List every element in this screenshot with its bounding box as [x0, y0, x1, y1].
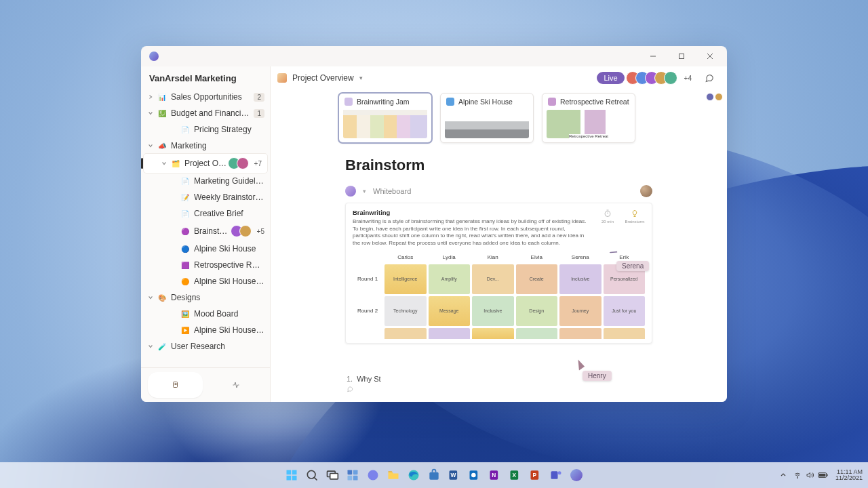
chevron-icon[interactable]: [148, 295, 153, 300]
presence-facepile: [234, 225, 252, 237]
sidebar-pages-button[interactable]: [148, 372, 203, 398]
sticky-note[interactable]: Create: [516, 264, 558, 294]
maximize-button[interactable]: [667, 46, 696, 66]
chevron-down-icon[interactable]: ▾: [363, 188, 366, 195]
volume-icon[interactable]: [806, 471, 814, 479]
sidebar-item[interactable]: 📝Weekly Brainstorm Meeting: [141, 189, 270, 205]
excel-button[interactable]: X: [507, 466, 524, 484]
app-logo-icon: [149, 52, 159, 61]
sidebar-item[interactable]: 🟣Brainstorming+5: [141, 222, 270, 241]
search-button[interactable]: [303, 466, 321, 484]
task-view-button[interactable]: [323, 466, 341, 484]
onenote-button[interactable]: N: [486, 466, 504, 484]
sticky-note[interactable]: [429, 328, 471, 339]
taskbar[interactable]: W N X P 11:11 AM 11/2/2021: [0, 462, 868, 488]
brainstorm-tool[interactable]: Brainstorm: [625, 209, 645, 224]
svg-rect-16: [429, 472, 438, 480]
sidebar-item[interactable]: ▶️Alpine Ski House Sizzle Re...: [141, 322, 270, 338]
sidebar-activity-button[interactable]: [208, 372, 263, 398]
page-card[interactable]: Retrospective RetreatRetrospective Retre…: [542, 93, 635, 143]
sidebar-item[interactable]: 📊Sales Opportunities2: [141, 89, 270, 105]
sidebar-item[interactable]: 💹Budget and Financial Projection1: [141, 105, 270, 121]
sticky-note[interactable]: Technology: [384, 296, 427, 326]
chevron-icon[interactable]: [148, 110, 153, 116]
svg-point-20: [471, 473, 476, 478]
item-icon: 🟠: [180, 277, 190, 286]
chevron-icon[interactable]: [161, 161, 167, 166]
page-card[interactable]: Brainwriting Jam: [338, 93, 432, 143]
sidebar-item[interactable]: 📄Pricing Strategy: [141, 121, 270, 138]
item-icon: 📄: [180, 209, 190, 218]
sticky-note[interactable]: Inclusive: [472, 296, 514, 326]
teams-button[interactable]: [547, 466, 565, 484]
count-badge: 2: [254, 93, 264, 102]
whiteboard-grid: CarlosLydiaKianElviaSerenaErikRound 1Int…: [346, 252, 652, 343]
sticky-note[interactable]: [559, 328, 601, 339]
sidebar-item[interactable]: 🗂️Project Overview+7: [144, 154, 267, 173]
svg-rect-0: [679, 54, 684, 59]
outlook-button[interactable]: [466, 466, 484, 484]
presence-facepile[interactable]: [630, 71, 677, 85]
sticky-note[interactable]: [604, 328, 646, 339]
sticky-note[interactable]: Inclusive: [559, 264, 601, 294]
clock[interactable]: 11:11 AM 11/2/2021: [835, 469, 863, 482]
store-button[interactable]: [425, 466, 443, 484]
chevron-icon[interactable]: [148, 143, 153, 148]
row-header: Round 1: [353, 264, 382, 294]
battery-icon[interactable]: [818, 472, 829, 479]
sidebar-item[interactable]: 📄Creative Brief: [141, 205, 270, 222]
sidebar-item[interactable]: 📣Marketing: [141, 138, 270, 154]
item-icon: 🎨: [157, 293, 167, 302]
timer-tool[interactable]: 20 min: [597, 209, 618, 224]
presence-overflow[interactable]: +4: [684, 75, 692, 82]
powerpoint-button[interactable]: P: [527, 466, 545, 484]
item-icon: 📝: [180, 192, 190, 202]
sticky-note[interactable]: [472, 328, 514, 339]
sidebar-item[interactable]: 🟠Alpine Ski House (ID: 487...: [141, 273, 270, 289]
sticky-note[interactable]: Dev...: [472, 264, 514, 294]
sidebar-item[interactable]: 🎨Designs: [141, 289, 270, 306]
whiteboard-embed[interactable]: Brainwriting Brainwriting is a style of …: [345, 203, 652, 344]
author-avatar[interactable]: [640, 185, 652, 197]
widgets-button[interactable]: [344, 466, 361, 484]
close-button[interactable]: [696, 46, 724, 66]
sticky-note[interactable]: Journey: [559, 296, 601, 326]
sidebar-item[interactable]: 🔵Alpine Ski House: [141, 241, 270, 257]
sticky-note[interactable]: [516, 328, 558, 339]
tray-chevron-icon[interactable]: [780, 472, 787, 479]
live-badge[interactable]: Live: [597, 72, 624, 84]
sidebar-item[interactable]: 🟪Retrospective Retreat: [141, 257, 270, 273]
sticky-note[interactable]: Design: [516, 296, 558, 326]
ordered-list[interactable]: 1.Why St: [279, 368, 449, 401]
canvas[interactable]: Brainwriting JamAlpine Ski HouseRetrospe…: [271, 90, 727, 402]
sticky-note[interactable]: Personalized: [604, 264, 646, 294]
loop-button[interactable]: [568, 466, 585, 484]
sticky-note[interactable]: Intelligence: [384, 264, 427, 294]
start-button[interactable]: [283, 466, 300, 484]
minimize-button[interactable]: [639, 46, 667, 66]
item-label: Budget and Financial Projection: [171, 108, 250, 118]
system-tray[interactable]: 11:11 AM 11/2/2021: [780, 469, 863, 482]
explorer-button[interactable]: [384, 466, 402, 484]
sidebar-item[interactable]: 🖼️Mood Board: [141, 306, 270, 322]
card-title: Alpine Ski House: [458, 98, 513, 106]
sidebar-item[interactable]: 📄Marketing Guidelines for V...: [141, 173, 270, 189]
wifi-icon[interactable]: [793, 471, 802, 479]
sidebar-item[interactable]: 🧪User Research: [141, 338, 270, 354]
comment-button[interactable]: [701, 70, 717, 86]
sticky-note[interactable]: Message: [429, 296, 471, 326]
sticky-note[interactable]: Just for you: [604, 296, 646, 326]
word-button[interactable]: W: [446, 466, 463, 484]
sticky-note[interactable]: Amplify: [429, 264, 471, 294]
titlebar[interactable]: [141, 46, 727, 66]
page-card[interactable]: Alpine Ski House: [440, 93, 534, 143]
edge-button[interactable]: [405, 466, 422, 484]
sticky-note[interactable]: [384, 328, 427, 339]
chevron-down-icon[interactable]: ▾: [359, 75, 363, 81]
chevron-icon[interactable]: [148, 344, 153, 349]
chevron-icon[interactable]: [148, 94, 153, 100]
column-header: Kian: [472, 252, 514, 262]
breadcrumb[interactable]: Project Overview: [292, 73, 354, 83]
comment-icon[interactable]: [347, 386, 353, 392]
chat-button[interactable]: [364, 466, 382, 484]
